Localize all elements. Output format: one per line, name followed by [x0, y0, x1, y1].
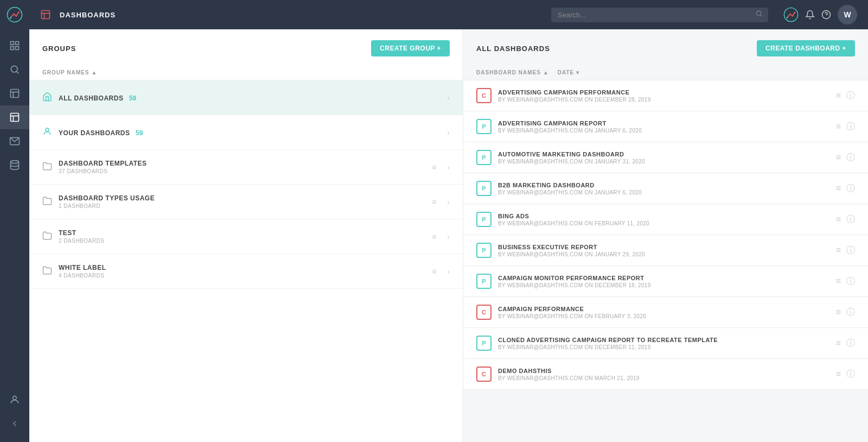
dashboard-menu-icon-b2b-marketing[interactable]: ≡	[836, 184, 841, 193]
folder-whitelabel-icon	[42, 266, 52, 277]
svg-rect-6	[16, 47, 19, 50]
whitelabel-drag-icon[interactable]: ≡	[432, 267, 436, 276]
dashthis-logo-icon[interactable]	[783, 7, 799, 22]
topbar-actions: W	[783, 5, 857, 24]
search-input[interactable]	[551, 8, 768, 22]
dashboard-name-business-executive-report: BUSINESS EXECUTIVE REPORT	[498, 244, 645, 250]
dashboard-menu-icon-cloned-adv-campaign[interactable]: ≡	[836, 338, 841, 348]
dashboard-item-adv-campaign-report[interactable]: P ADVERTISING CAMPAIGN REPORT BY WEBINAR…	[463, 111, 868, 142]
dashboard-menu-icon-bing-ads[interactable]: ≡	[836, 214, 841, 224]
dashboard-date-col: DATE ▾	[558, 70, 579, 75]
dashboard-menu-icon-adv-campaign-perf[interactable]: ≡	[836, 91, 841, 100]
home-icon	[42, 92, 52, 104]
dashboard-icon-cloned-adv-campaign: P	[476, 336, 492, 351]
group-item-your-dashboards[interactable]: YOUR DASHBOARDS 59 ›	[29, 115, 463, 150]
create-dashboard-button[interactable]: CREATE DASHBOARD +	[757, 40, 855, 56]
dashboard-date-col-label: DATE	[558, 70, 574, 75]
groups-panel: GROUPS CREATE GROUP + GROUP NAMES ▲ ALL …	[29, 29, 463, 442]
svg-point-2	[18, 11, 20, 13]
dashboard-item-demo-dashthis[interactable]: C DEMO DAHSTHIS BY WEBINAR@DASHTHIS.COM …	[463, 359, 868, 390]
topbar: DASHBOARDS W	[29, 0, 868, 29]
dashboard-menu-icon-automotive-marketing[interactable]: ≡	[836, 153, 841, 162]
dashboard-meta-b2b-marketing: BY WEBINAR@DASHTHIS.COM ON JANUARY 6, 20…	[498, 190, 642, 195]
dashboard-text-bing-ads: BING ADS BY WEBINAR@DASHTHIS.COM ON FEBR…	[498, 213, 649, 226]
dashboard-info-icon-cloned-adv-campaign[interactable]: ⓘ	[846, 338, 855, 349]
dashboard-actions-bing-ads: ≡ ⓘ	[836, 214, 855, 225]
dashboard-meta-adv-campaign-perf: BY WEBINAR@DASHTHIS.COM ON DECEMBER 28, …	[498, 97, 651, 103]
dashboard-text-cloned-adv-campaign: CLONED ADVERTISING CAMPAIGN REPORT TO RE…	[498, 337, 718, 350]
test-drag-icon[interactable]: ≡	[432, 232, 436, 241]
folder-test-icon	[42, 231, 52, 243]
dashboards-panel-header: ALL DASHBOARDS CREATE DASHBOARD +	[463, 29, 868, 65]
whitelabel-chevron-icon: ›	[447, 267, 450, 276]
dashboard-meta-adv-campaign-report: BY WEBINAR@DASHTHIS.COM ON JANUARY 6, 20…	[498, 128, 642, 134]
dashboard-meta-campaign-performance: BY WEBINAR@DASHTHIS.COM ON FEBRUARY 3, 2…	[498, 313, 646, 319]
dashboard-icon-business-executive-report: P	[476, 243, 492, 258]
dashboard-info-icon-adv-campaign-report[interactable]: ⓘ	[846, 121, 855, 132]
group-item-white-label[interactable]: WHITE LABEL 4 DASHBOARDS ≡ ›	[29, 254, 463, 289]
dashboard-text-adv-campaign-report: ADVERTISING CAMPAIGN REPORT BY WEBINAR@D…	[498, 120, 642, 134]
dashboard-names-sort-icon[interactable]: ▲	[543, 70, 549, 75]
dashboard-menu-icon-campaign-performance[interactable]: ≡	[836, 307, 841, 317]
dashboard-item-cloned-adv-campaign[interactable]: P CLONED ADVERTISING CAMPAIGN REPORT TO …	[463, 328, 868, 359]
dashboard-info-icon-demo-dashthis[interactable]: ⓘ	[846, 369, 855, 380]
dashboard-text-b2b-marketing: B2B MARKETING DASHBOARD BY WEBINAR@DASHT…	[498, 182, 642, 195]
dashboard-item-b2b-marketing[interactable]: P B2B MARKETING DASHBOARD BY WEBINAR@DAS…	[463, 173, 868, 204]
dashboard-meta-campaign-monitor-perf: BY WEBINAR@DASHTHIS.COM ON DECEMBER 18, …	[498, 282, 651, 288]
group-item-all-dashboards-text: ALL DASHBOARDS 59	[59, 93, 136, 103]
group-item-dashboard-templates[interactable]: DASHBOARD TEMPLATES 37 DASHBOARDS ≡ ›	[29, 150, 463, 185]
sidebar-item-email[interactable]	[0, 129, 29, 153]
dashboard-meta-demo-dashthis: BY WEBINAR@DASHTHIS.COM ON MARCH 21, 201…	[498, 375, 640, 381]
dashboard-item-campaign-performance[interactable]: C CAMPAIGN PERFORMANCE BY WEBINAR@DASHTH…	[463, 297, 868, 328]
dashboard-icon-demo-dashthis: C	[476, 367, 492, 382]
user-avatar[interactable]: W	[838, 5, 857, 24]
dashboard-info-icon-automotive-marketing[interactable]: ⓘ	[846, 152, 855, 163]
sidebar-item-reports[interactable]	[0, 81, 29, 105]
sidebar-item-user[interactable]	[0, 388, 29, 412]
dashboard-name-campaign-monitor-perf: CAMPAIGN MONITOR PERFORMANCE REPORT	[498, 275, 651, 281]
search-icon	[755, 10, 763, 20]
dashboard-menu-icon-business-executive-report[interactable]: ≡	[836, 245, 841, 255]
group-item-types-usage[interactable]: DASHBOARD TYPES USAGE 1 DASHBOARD ≡ ›	[29, 185, 463, 219]
dashboard-menu-icon-adv-campaign-report[interactable]: ≡	[836, 122, 841, 131]
dashboard-item-campaign-monitor-perf[interactable]: P CAMPAIGN MONITOR PERFORMANCE REPORT BY…	[463, 266, 868, 297]
help-btn[interactable]	[821, 10, 831, 20]
svg-rect-18	[42, 11, 50, 19]
create-group-button[interactable]: CREATE GROUP +	[371, 40, 450, 56]
dashboard-name-bing-ads: BING ADS	[498, 213, 649, 219]
app-logo[interactable]	[0, 0, 29, 29]
sidebar-collapse-btn[interactable]	[0, 414, 29, 433]
dashboard-info-icon-b2b-marketing[interactable]: ⓘ	[846, 183, 855, 194]
sidebar-item-dashboard[interactable]	[0, 34, 29, 58]
dashboard-name-adv-campaign-report: ADVERTISING CAMPAIGN REPORT	[498, 120, 642, 127]
dashboard-info-icon-adv-campaign-perf[interactable]: ⓘ	[846, 90, 855, 102]
notifications-btn[interactable]	[805, 10, 815, 20]
dashboard-date-sort-icon[interactable]: ▾	[576, 70, 579, 75]
group-item-test[interactable]: TEST 2 DASHBOARDS ≡ ›	[29, 219, 463, 254]
dashboard-item-adv-campaign-perf[interactable]: C ADVERTISING CAMPAIGN PERFORMANCE BY WE…	[463, 80, 868, 111]
dashboard-list: C ADVERTISING CAMPAIGN PERFORMANCE BY WE…	[463, 80, 868, 390]
dashboard-info-icon-campaign-monitor-perf[interactable]: ⓘ	[846, 276, 855, 287]
dashboard-actions-adv-campaign-perf: ≡ ⓘ	[836, 90, 855, 102]
dashboard-item-business-executive-report[interactable]: P BUSINESS EXECUTIVE REPORT BY WEBINAR@D…	[463, 235, 868, 266]
sidebar-item-data[interactable]	[0, 153, 29, 177]
dashboard-menu-icon-demo-dashthis[interactable]: ≡	[836, 369, 841, 379]
group-item-all-dashboards[interactable]: ALL DASHBOARDS 59 ›	[29, 80, 463, 115]
sidebar-nav	[0, 29, 29, 388]
dashboard-name-cloned-adv-campaign: CLONED ADVERTISING CAMPAIGN REPORT TO RE…	[498, 337, 718, 343]
dashboard-item-automotive-marketing[interactable]: P AUTOMOTIVE MARKETING DASHBOARD BY WEBI…	[463, 142, 868, 173]
dashboard-menu-icon-campaign-monitor-perf[interactable]: ≡	[836, 276, 841, 286]
dashboard-info-icon-bing-ads[interactable]: ⓘ	[846, 214, 855, 225]
types-drag-icon[interactable]: ≡	[432, 198, 436, 206]
dashboard-icon-campaign-monitor-perf: P	[476, 274, 492, 289]
dashboard-info-icon-campaign-performance[interactable]: ⓘ	[846, 307, 855, 318]
templates-drag-icon[interactable]: ≡	[432, 163, 436, 172]
dashboard-info-icon-business-executive-report[interactable]: ⓘ	[846, 245, 855, 256]
dashboard-item-bing-ads[interactable]: P BING ADS BY WEBINAR@DASHTHIS.COM ON FE…	[463, 204, 868, 235]
sidebar-item-dashboards[interactable]	[0, 105, 29, 129]
svg-point-7	[11, 66, 17, 72]
dashboard-actions-campaign-monitor-perf: ≡ ⓘ	[836, 276, 855, 287]
group-names-sort-icon[interactable]: ▲	[91, 70, 97, 75]
svg-point-28	[46, 128, 49, 131]
sidebar-item-search[interactable]	[0, 58, 29, 81]
